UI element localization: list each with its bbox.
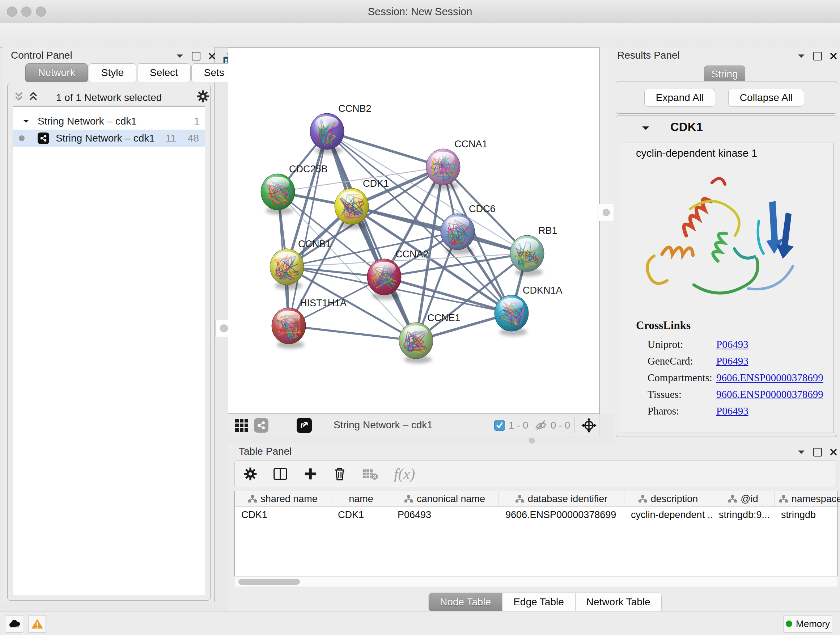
main-toolbar: ? — [0, 23, 840, 48]
delete-column-trash-icon[interactable] — [333, 467, 346, 481]
warning-icon — [31, 618, 43, 629]
selected-nodes-checkbox[interactable] — [494, 420, 505, 431]
panel-float-icon[interactable] — [813, 52, 822, 60]
tab-edge-table[interactable]: Edge Table — [502, 593, 575, 611]
panel-float-icon[interactable] — [192, 52, 201, 60]
results-panel-title: Results Panel — [617, 50, 680, 61]
panel-close-icon[interactable] — [830, 52, 837, 60]
panel-float-icon[interactable] — [813, 448, 822, 456]
edge-HIST1H1A-CCNE1[interactable] — [289, 326, 416, 340]
node-label-HIST1H1A: HIST1H1A — [300, 298, 347, 309]
table-cell[interactable]: P06493 — [391, 507, 499, 523]
tab-network[interactable]: Network — [25, 63, 88, 82]
hidden-eye-icon[interactable] — [534, 419, 548, 433]
table-cell[interactable]: cyclin-dependent ... — [624, 507, 712, 523]
gene-description: cyclin-dependent kinase 1 — [636, 147, 757, 159]
title-bar: Session: New Session — [0, 0, 840, 24]
column-header-database-identifier[interactable]: database identifier — [499, 491, 624, 507]
network-collection-row[interactable]: String Network – cdk1 1 — [13, 112, 205, 130]
network-canvas[interactable]: CCNB2CCNA1CDC25BCDK1CDC6RB1CCNB1CCNA2CDK… — [228, 48, 600, 414]
add-column-icon[interactable] — [303, 467, 317, 481]
table-cell[interactable]: 9606.ENSP00000378699 — [499, 507, 624, 523]
column-namespace-icon — [779, 495, 788, 503]
crosslink-link[interactable]: 9606.ENSP00000378699 — [716, 372, 823, 384]
node-HIST1H1A[interactable]: HIST1H1A — [272, 298, 347, 344]
cloud-button[interactable] — [6, 615, 23, 632]
panel-close-icon[interactable] — [830, 448, 837, 456]
crosslink-link[interactable]: P06493 — [716, 355, 748, 367]
table-options-gear-icon[interactable] — [243, 467, 257, 481]
cytoscape-window: Session: New Session — [0, 0, 840, 635]
table-cell[interactable]: stringdb:9... — [712, 507, 775, 523]
node-count: 11 — [166, 133, 176, 144]
node-label-CCNB2: CCNB2 — [338, 103, 371, 114]
node-CDC25B[interactable]: CDC25B — [261, 164, 328, 210]
column-header-canonical-name[interactable]: canonical name — [391, 491, 499, 507]
node-CDKN1A[interactable]: CDKN1A — [494, 285, 562, 331]
tab-network-table[interactable]: Network Table — [575, 593, 662, 611]
tab-string[interactable]: String — [704, 65, 745, 83]
collapse-all-button[interactable]: Collapse All — [728, 89, 804, 107]
tab-select[interactable]: Select — [137, 63, 191, 82]
crosslink-label: Tissues: — [647, 388, 682, 401]
panel-collapse-icon[interactable] — [797, 450, 805, 455]
network-options-gear-icon[interactable] — [196, 90, 210, 103]
column-header-name[interactable]: name — [332, 491, 391, 507]
node-label-CCNE1: CCNE1 — [427, 312, 461, 323]
scrollbar-thumb[interactable] — [238, 579, 300, 585]
panel-close-icon[interactable] — [208, 52, 216, 60]
table-cell[interactable]: stringdb — [775, 507, 840, 523]
column-header-description[interactable]: description — [624, 491, 712, 507]
crosslink-link[interactable]: P06493 — [716, 405, 748, 417]
tree-expand-icon[interactable] — [22, 119, 30, 124]
panel-collapse-icon[interactable] — [176, 54, 184, 59]
memory-label: Memory — [796, 618, 830, 630]
column-header-shared-name[interactable]: shared name — [235, 491, 332, 507]
table-row[interactable]: CDK1CDK1P064939606.ENSP00000378699cyclin… — [235, 507, 837, 523]
string-network-graph[interactable]: CCNB2CCNA1CDC25BCDK1CDC6RB1CCNB1CCNA2CDK… — [228, 48, 599, 413]
control-panel: Control Panel NetworkStyleSelectSets 1 o… — [3, 48, 215, 602]
node-CCNE1[interactable]: CCNE1 — [399, 312, 461, 359]
entry-collapse-icon[interactable] — [641, 125, 650, 131]
entry-details-box: cyclin-dependent kinase 1 Cro — [619, 143, 834, 433]
node-table[interactable]: shared namenamecanonical namedatabase id… — [234, 491, 838, 576]
edge-CDK1-RB1[interactable] — [352, 206, 527, 253]
horizontal-splitter-handle[interactable] — [529, 438, 535, 443]
open-in-new-window-icon[interactable] — [297, 418, 312, 433]
hidden-count-label: 0 - 0 — [551, 420, 570, 431]
table-header-row: shared namenamecanonical namedatabase id… — [235, 491, 837, 507]
node-RB1[interactable]: RB1 — [510, 225, 557, 272]
node-label-CDKN1A: CDKN1A — [523, 285, 562, 296]
crosslink-link[interactable]: P06493 — [716, 339, 748, 350]
warning-button[interactable] — [28, 615, 46, 632]
table-cell[interactable]: CDK1 — [235, 507, 332, 523]
table-horizontal-scrollbar[interactable] — [235, 577, 837, 586]
crosslink-link[interactable]: 9606.ENSP00000378699 — [716, 388, 823, 401]
tab-style[interactable]: Style — [88, 63, 136, 82]
grid-view-icon[interactable] — [234, 418, 249, 434]
control-panel-tabs: NetworkStyleSelectSets — [25, 63, 238, 82]
edge-CCNB2-HIST1H1A[interactable] — [289, 131, 327, 326]
tab-node-table[interactable]: Node Table — [429, 593, 502, 611]
network-status-dot — [19, 135, 25, 141]
network-share-icon[interactable] — [254, 418, 268, 432]
memory-button[interactable]: Memory — [783, 615, 832, 632]
show-columns-icon[interactable] — [273, 467, 287, 481]
crosslink-label: GeneCard: — [647, 355, 693, 367]
column-header--id[interactable]: @id — [712, 491, 775, 507]
column-namespace-icon — [515, 495, 524, 503]
table-cell[interactable]: CDK1 — [332, 507, 391, 523]
crosslinks-title: CrossLinks — [636, 319, 691, 332]
network-row-selected[interactable]: String Network – cdk1 11 48 — [13, 130, 205, 147]
control-panel-title: Control Panel — [11, 50, 73, 61]
fit-content-crosshair-icon[interactable] — [581, 417, 597, 435]
panel-collapse-icon[interactable] — [797, 54, 805, 59]
node-CDK1[interactable]: CDK1 — [335, 178, 389, 225]
right-splitter-handle[interactable] — [598, 204, 615, 221]
column-header-namespace[interactable]: namespace — [775, 491, 840, 507]
expand-all-button[interactable]: Expand All — [644, 89, 715, 107]
node-CCNA1[interactable]: CCNA1 — [426, 139, 488, 185]
column-namespace-icon — [404, 495, 413, 503]
column-namespace-icon — [728, 495, 737, 503]
node-label-CDK1: CDK1 — [363, 178, 389, 189]
